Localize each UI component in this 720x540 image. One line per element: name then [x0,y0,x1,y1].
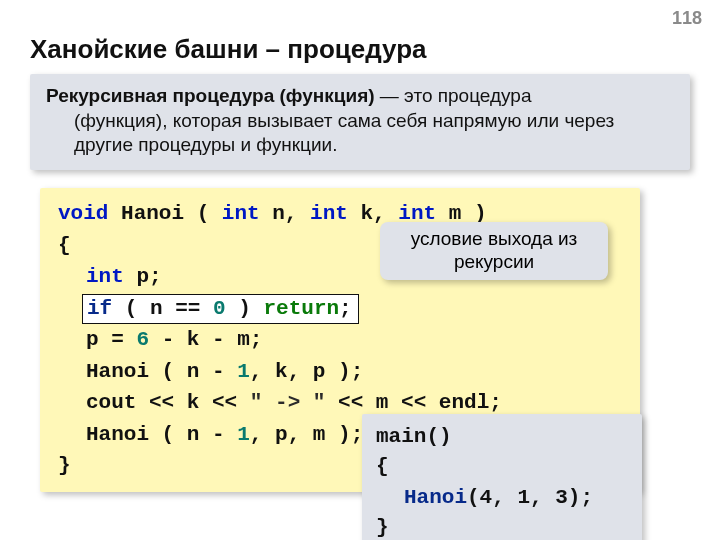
code-line-6: Hanoi ( n - 1, k, p ); [58,356,626,388]
main-line-2: { [376,452,628,482]
main-line-3: Hanoi(4, 1, 3); [376,483,628,513]
code-box-main: main() { Hanoi(4, 1, 3); } [362,414,642,540]
callout-exit-condition: условие выхода из рекурсии [380,222,608,280]
main-line-1: main() [376,422,628,452]
slide-title: Ханойские башни – процедура [30,34,427,65]
code-line-5: p = 6 - k - m; [58,324,626,356]
main-line-4: } [376,513,628,540]
page-number: 118 [672,8,702,29]
definition-box: Рекурсивная процедура (функция) — это пр… [30,74,690,170]
definition-term: Рекурсивная процедура (функция) [46,85,375,106]
code-line-4: if ( n == 0 ) return; [58,293,626,325]
definition-text-2: (функция), которая вызывает сама себя на… [46,109,674,158]
recursion-exit-highlight: if ( n == 0 ) return; [82,294,359,324]
definition-text-1: — это процедура [375,85,532,106]
